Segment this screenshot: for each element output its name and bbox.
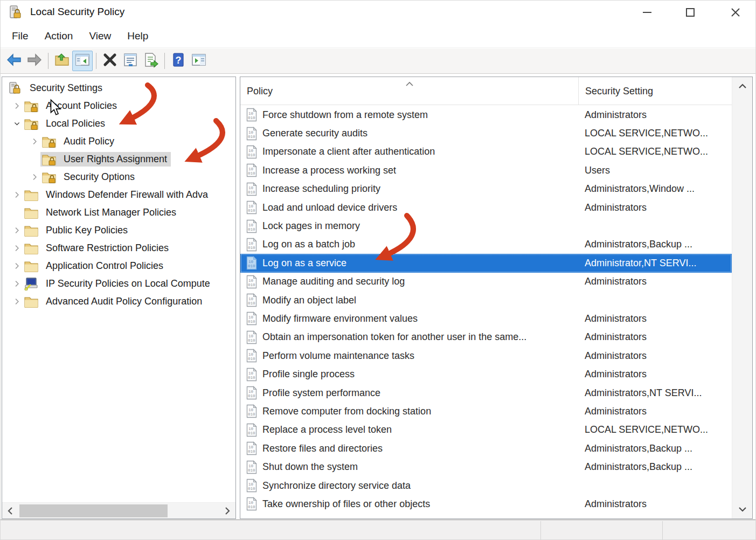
tree-item-windows-defender-firewall-with-adva[interactable]: Windows Defender Firewall with Adva xyxy=(2,186,235,204)
policy-name: Force shutdown from a remote system xyxy=(262,109,579,121)
policy-row-shut-down-the-system[interactable]: 10010Shut down the systemAdministrators,… xyxy=(240,458,732,476)
policy-name: Lock pages in memory xyxy=(262,220,579,232)
security-root-icon xyxy=(8,82,23,95)
chevron-right-icon[interactable] xyxy=(11,260,23,272)
policy-name: Manage auditing and security log xyxy=(262,276,579,287)
close-button[interactable] xyxy=(720,1,751,24)
back-button[interactable] xyxy=(4,51,24,71)
column-header-security-setting[interactable]: Security Setting xyxy=(579,77,732,105)
policy-row-obtain-an-impersonation-token-for-another-user-in-the-same[interactable]: 10010Obtain an impersonation token for a… xyxy=(240,328,732,347)
list-vertical-scrollbar[interactable] xyxy=(732,77,752,518)
chevron-right-icon[interactable] xyxy=(11,225,23,237)
tree-scrollbar-thumb[interactable] xyxy=(19,504,168,517)
policy-row-replace-a-process-level-token[interactable]: 10010Replace a process level tokenLOCAL … xyxy=(240,421,732,439)
folder-icon xyxy=(24,206,39,219)
tree-horizontal-scrollbar[interactable] xyxy=(2,502,235,518)
chevron-right-icon[interactable] xyxy=(11,243,23,254)
sort-ascending-icon xyxy=(405,78,414,84)
policy-row-generate-security-audits[interactable]: 10010Generate security auditsLOCAL SERVI… xyxy=(240,124,732,142)
menu-action[interactable]: Action xyxy=(37,27,81,45)
window-title: Local Security Policy xyxy=(30,6,124,18)
policy-row-log-on-as-a-service[interactable]: 10010Log on as a serviceAdministrator,NT… xyxy=(240,254,732,272)
policy-row-modify-an-object-label[interactable]: 10010Modify an object label xyxy=(240,291,732,309)
tree-item-public-key-policies[interactable]: Public Key Policies xyxy=(2,221,235,239)
scroll-right-icon[interactable] xyxy=(219,503,235,519)
tree-item-content: Advanced Audit Policy Configuration xyxy=(23,294,206,309)
policy-row-profile-single-process[interactable]: 10010Profile single processAdministrator… xyxy=(240,365,732,383)
up-one-level-button[interactable] xyxy=(52,51,72,71)
svg-text:10: 10 xyxy=(248,408,254,412)
show-hide-action-pane-button[interactable] xyxy=(189,51,209,71)
tree-item-software-restriction-policies[interactable]: Software Restriction Policies xyxy=(2,239,235,257)
policy-row-lock-pages-in-memory[interactable]: 10010Lock pages in memory xyxy=(240,217,732,235)
show-hide-console-tree-button[interactable] xyxy=(72,51,93,71)
policy-row-force-shutdown-from-a-remote-system[interactable]: 10010Force shutdown from a remote system… xyxy=(240,106,732,124)
policy-row-synchronize-directory-service-data[interactable]: 10010Synchronize directory service data xyxy=(240,476,732,495)
tree-item-content: Network List Manager Policies xyxy=(23,205,180,220)
policy-row-impersonate-a-client-after-authentication[interactable]: 10010Impersonate a client after authenti… xyxy=(240,143,732,161)
tree-item-account-policies[interactable]: Account Policies xyxy=(2,97,235,115)
delete-icon xyxy=(102,52,118,70)
chevron-right-icon[interactable] xyxy=(11,296,23,308)
security-setting-value: Administrators,Backup ... xyxy=(585,461,730,473)
tree-item-application-control-policies[interactable]: Application Control Policies xyxy=(2,257,235,275)
help-button[interactable]: ? xyxy=(168,51,189,71)
policy-name: Remove computer from docking station xyxy=(262,406,579,417)
svg-text:10: 10 xyxy=(248,130,254,135)
chevron-right-icon[interactable] xyxy=(11,189,23,201)
tree-item-network-list-manager-policies[interactable]: Network List Manager Policies xyxy=(2,204,235,221)
tree-item-ip-security-policies-on-local-compute[interactable]: IP Security Policies on Local Compute xyxy=(2,275,235,293)
chevron-right-icon[interactable] xyxy=(11,100,23,112)
chevron-right-icon[interactable] xyxy=(29,171,40,183)
tree-item-label: Network List Manager Policies xyxy=(43,206,179,219)
tree-item-content: Account Policies xyxy=(23,99,121,113)
policy-row-load-and-unload-device-drivers[interactable]: 10010Load and unload device driversAdmin… xyxy=(240,198,732,217)
scroll-up-icon[interactable] xyxy=(732,77,753,95)
policy-row-take-ownership-of-files-or-other-objects[interactable]: 10010Take ownership of files or other ob… xyxy=(240,495,732,513)
tree-item-audit-policy[interactable]: Audit Policy xyxy=(2,133,235,150)
menu-view[interactable]: View xyxy=(81,27,119,45)
policy-name: Log on as a service xyxy=(262,258,579,269)
tree-item-label: Audit Policy xyxy=(61,135,117,148)
chevron-down-icon[interactable] xyxy=(11,118,23,130)
policy-row-increase-a-process-working-set[interactable]: 10010Increase a process working setUsers xyxy=(240,161,732,179)
policy-list-pane: Policy Security Setting 10010Force shutd… xyxy=(240,77,753,519)
tree-item-security-options[interactable]: Security Options xyxy=(2,168,235,186)
menu-help[interactable]: Help xyxy=(119,27,156,45)
policy-row-profile-system-performance[interactable]: 10010Profile system performanceAdministr… xyxy=(240,384,732,402)
delete-button[interactable] xyxy=(100,51,120,71)
tree-item-advanced-audit-policy-configuration[interactable]: Advanced Audit Policy Configuration xyxy=(2,293,235,310)
policy-row-increase-scheduling-priority[interactable]: 10010Increase scheduling priorityAdminis… xyxy=(240,180,732,198)
policy-row-log-on-as-a-batch-job[interactable]: 10010Log on as a batch jobAdministrators… xyxy=(240,236,732,254)
tree-item-local-policies[interactable]: Local Policies xyxy=(2,115,235,133)
tree-item-user-rights-assignment[interactable]: User Rights Assignment xyxy=(2,150,235,168)
security-setting-value: Administrators xyxy=(585,350,730,362)
policy-name: Shut down the system xyxy=(262,461,579,473)
policy-name: Replace a process level token xyxy=(262,424,579,435)
menu-file[interactable]: File xyxy=(4,27,37,45)
tree-item-security-settings[interactable]: Security Settings xyxy=(2,79,235,97)
svg-text:10: 10 xyxy=(248,482,254,487)
svg-text:10: 10 xyxy=(248,167,254,171)
scroll-left-icon[interactable] xyxy=(2,503,18,519)
forward-button[interactable] xyxy=(24,51,45,71)
policy-row-manage-auditing-and-security-log[interactable]: 10010Manage auditing and security logAdm… xyxy=(240,273,732,291)
tree-item-label: Application Control Policies xyxy=(43,259,166,273)
policy-row-modify-firmware-environment-values[interactable]: 10010Modify firmware environment valuesA… xyxy=(240,309,732,328)
policy-row-restore-files-and-directories[interactable]: 10010Restore files and directoriesAdmini… xyxy=(240,439,732,458)
minimize-button[interactable] xyxy=(632,1,662,24)
tree-item-content: Security Settings xyxy=(6,81,106,95)
export-list-button[interactable] xyxy=(141,51,161,71)
policy-row-perform-volume-maintenance-tasks[interactable]: 10010Perform volume maintenance tasksAdm… xyxy=(240,347,732,365)
maximize-button[interactable] xyxy=(675,1,705,24)
properties-icon xyxy=(122,52,138,70)
properties-button[interactable] xyxy=(120,51,141,71)
chevron-right-icon[interactable] xyxy=(11,278,23,290)
scroll-down-icon[interactable] xyxy=(732,500,753,518)
tree-item-content: Windows Defender Firewall with Adva xyxy=(23,188,212,202)
security-setting-value: LOCAL SERVICE,NETWO... xyxy=(585,146,730,157)
security-setting-value: LOCAL SERVICE,NETWO... xyxy=(585,128,730,139)
policy-row-remove-computer-from-docking-station[interactable]: 10010Remove computer from docking statio… xyxy=(240,402,732,420)
column-header-policy[interactable]: Policy xyxy=(240,77,579,105)
chevron-right-icon[interactable] xyxy=(29,136,40,148)
